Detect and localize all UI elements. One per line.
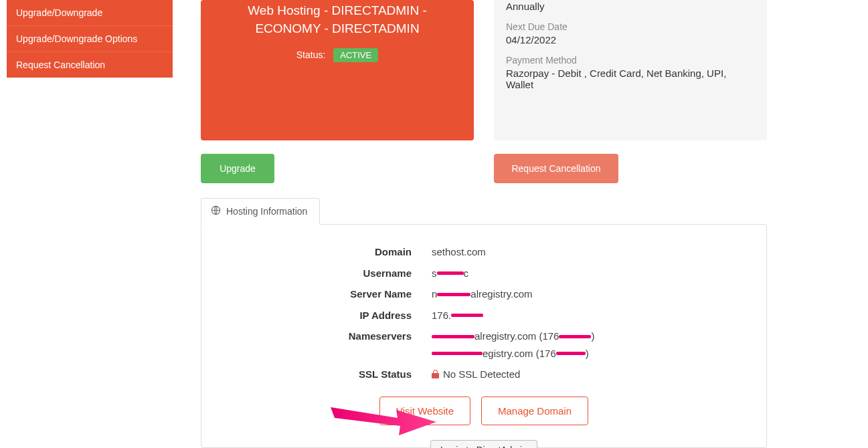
globe-icon — [211, 205, 221, 217]
redaction — [437, 271, 464, 275]
sidebar-item-label: Upgrade/Downgrade — [16, 7, 102, 18]
redaction — [437, 293, 470, 296]
sidebar: Upgrade/Downgrade Upgrade/Downgrade Opti… — [7, 0, 173, 78]
ssl-status-text: No SSL Detected — [443, 366, 520, 383]
username-prefix: s — [432, 267, 437, 279]
visit-website-button[interactable]: Visit Website — [379, 397, 470, 425]
username-suffix: c — [464, 267, 469, 279]
manage-domain-button[interactable]: Manage Domain — [481, 397, 588, 425]
lock-icon — [432, 370, 439, 378]
product-title: Web Hosting - DIRECTADMIN - ECONOMY - DI… — [214, 0, 460, 37]
domain-label: Domain — [218, 243, 432, 261]
redaction — [451, 314, 483, 317]
ns1-suffix: ) — [591, 330, 594, 342]
login-directadmin-row: Login to DirectAdmin — [218, 440, 750, 449]
ssl-status-value: No SSL Detected — [432, 366, 750, 383]
redaction — [559, 335, 591, 338]
billing-cycle-value: Annually — [506, 1, 755, 12]
sidebar-item-upgrade-downgrade[interactable]: Upgrade/Downgrade — [7, 0, 173, 26]
username-value: sc — [432, 265, 750, 282]
next-due-label: Next Due Date — [506, 21, 755, 32]
product-card: Web Hosting - DIRECTADMIN - ECONOMY - DI… — [201, 0, 474, 140]
sidebar-item-label: Upgrade/Downgrade Options — [16, 33, 137, 44]
next-due-value: 04/12/2022 — [506, 34, 755, 45]
request-cancellation-button[interactable]: Request Cancellation — [494, 154, 618, 183]
status-badge: ACTIVE — [333, 48, 378, 62]
ip-prefix: 176. — [432, 310, 451, 321]
ip-address-label: IP Address — [218, 307, 432, 324]
sidebar-item-request-cancellation[interactable]: Request Cancellation — [7, 52, 173, 78]
billing-info-card: Billing Cycle Annually Next Due Date 04/… — [494, 0, 767, 140]
hosting-info-panel: Domain sethost.com Username sc Server Na… — [201, 224, 767, 448]
sidebar-item-label: Request Cancellation — [16, 60, 105, 70]
panel-buttons: Visit Website Manage Domain — [218, 397, 750, 425]
server-name-value: nalregistry.com — [432, 286, 750, 303]
upgrade-button[interactable]: Upgrade — [201, 154, 274, 183]
redaction — [556, 352, 586, 355]
nameservers-value: alregistry.com (176) egistry.com (176) — [432, 328, 750, 362]
redaction — [432, 335, 474, 338]
server-prefix: n — [432, 288, 437, 300]
nameservers-label: Nameservers — [218, 328, 432, 362]
tab-label: Hosting Information — [226, 206, 307, 217]
username-label: Username — [218, 265, 432, 282]
ns2-suffix: ) — [586, 348, 589, 359]
server-name-label: Server Name — [218, 286, 432, 303]
redaction — [432, 352, 483, 355]
payment-method-value: Razorpay - Debit , Credit Card, Net Bank… — [506, 68, 755, 90]
tab-hosting-information[interactable]: Hosting Information — [201, 198, 320, 225]
status-label: Status: — [296, 49, 326, 60]
ns1-mid: alregistry.com (176 — [474, 330, 559, 342]
status-row: Status: ACTIVE — [214, 48, 460, 62]
payment-method-label: Payment Method — [506, 55, 755, 66]
server-suffix: alregistry.com — [470, 288, 532, 300]
domain-value: sethost.com — [432, 243, 750, 261]
login-directadmin-button[interactable]: Login to DirectAdmin — [430, 440, 537, 449]
ssl-status-label: SSL Status — [218, 366, 432, 383]
ip-address-value: 176. — [432, 307, 750, 324]
ns2-mid: egistry.com (176 — [483, 348, 556, 359]
sidebar-item-upgrade-downgrade-options[interactable]: Upgrade/Downgrade Options — [7, 26, 173, 52]
